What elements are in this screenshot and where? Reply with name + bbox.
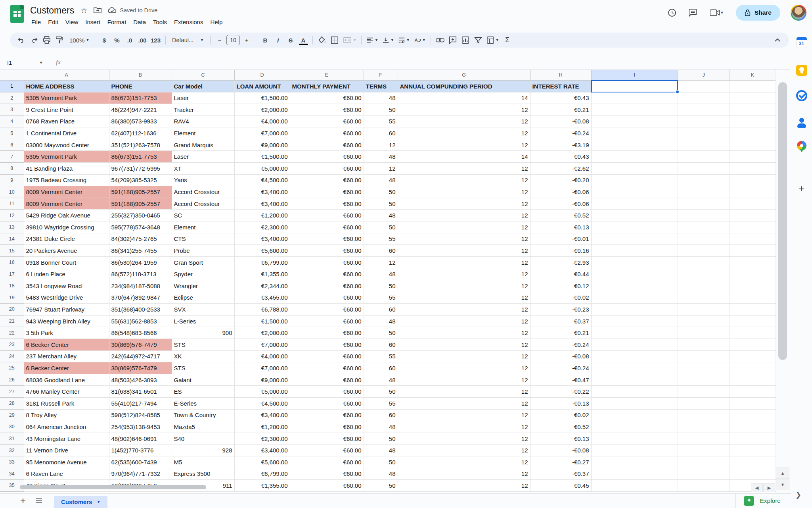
cell-A27[interactable]: 4766 Manley Center bbox=[24, 386, 109, 398]
cell-E17[interactable]: €60.00 bbox=[290, 268, 364, 280]
cell-D3[interactable]: €2,000.00 bbox=[234, 104, 290, 116]
cell-G9[interactable]: 12 bbox=[398, 174, 530, 186]
cell-H5[interactable]: -€0.24 bbox=[530, 127, 591, 139]
cell-J3[interactable] bbox=[678, 104, 730, 116]
cell-E22[interactable]: €60.00 bbox=[290, 327, 364, 339]
cell-J12[interactable] bbox=[678, 210, 730, 221]
paint-format-button[interactable] bbox=[54, 34, 65, 46]
cell-C23[interactable]: STS bbox=[172, 339, 234, 350]
cell-E31[interactable]: €60.00 bbox=[290, 433, 364, 444]
cell-I1[interactable] bbox=[591, 80, 678, 92]
cell-H12[interactable]: €0.52 bbox=[530, 210, 591, 221]
cell-B31[interactable]: 48(902)646-0691 bbox=[109, 433, 172, 444]
scroll-right-button[interactable]: ▶ bbox=[763, 483, 775, 492]
cell-K23[interactable] bbox=[730, 339, 776, 350]
comment-history-icon[interactable] bbox=[688, 8, 698, 18]
cell-G26[interactable]: 12 bbox=[398, 374, 530, 386]
cell-G29[interactable]: 12 bbox=[398, 409, 530, 421]
cell-C11[interactable]: Accord Crosstour bbox=[172, 198, 234, 210]
cell-I17[interactable] bbox=[591, 268, 678, 280]
row-header-10[interactable]: 10 bbox=[0, 186, 24, 198]
column-header-K[interactable]: K bbox=[730, 70, 776, 80]
cell-I23[interactable] bbox=[591, 339, 678, 350]
cell-D32[interactable]: €3,400.00 bbox=[234, 444, 290, 456]
name-box-caret[interactable]: ▼ bbox=[39, 61, 43, 65]
cell-E6[interactable]: €60.00 bbox=[290, 139, 364, 151]
cell-D2[interactable]: €1,500.00 bbox=[234, 92, 290, 104]
cell-D29[interactable]: €3,400.00 bbox=[234, 409, 290, 421]
cell-B24[interactable]: 242(644)972-4717 bbox=[109, 350, 172, 362]
cell-C22[interactable]: 900 bbox=[172, 327, 234, 339]
add-sheet-button[interactable]: + bbox=[15, 495, 31, 507]
row-header-9[interactable]: 9 bbox=[0, 174, 24, 186]
cell-H3[interactable]: €0.21 bbox=[530, 104, 591, 116]
cell-E13[interactable]: €60.00 bbox=[290, 221, 364, 233]
cell-B12[interactable]: 255(327)350-0465 bbox=[109, 210, 172, 221]
cell-D17[interactable]: €1,355.00 bbox=[234, 268, 290, 280]
cell-J28[interactable] bbox=[678, 397, 730, 409]
cell-K15[interactable] bbox=[730, 245, 776, 257]
cell-A19[interactable]: 5483 Westridge Drive bbox=[24, 292, 109, 304]
cell-I24[interactable] bbox=[591, 350, 678, 362]
font-size-input[interactable]: 10 bbox=[226, 35, 240, 45]
cell-D30[interactable]: €1,200.00 bbox=[234, 421, 290, 433]
cell-G19[interactable]: 12 bbox=[398, 292, 530, 304]
format-currency-button[interactable]: $ bbox=[98, 34, 110, 46]
more-formats-button[interactable]: 123 bbox=[149, 34, 162, 46]
cell-G21[interactable]: 12 bbox=[398, 315, 530, 327]
cell-K34[interactable] bbox=[730, 468, 776, 480]
cell-B28[interactable]: 55(410)217-7494 bbox=[109, 397, 172, 409]
cell-E1[interactable]: MONTHLY PAYMENT bbox=[290, 80, 364, 92]
cell-F18[interactable]: 50 bbox=[364, 280, 398, 292]
cell-A25[interactable]: 6 Becker Center bbox=[24, 362, 109, 374]
cell-H9[interactable]: -€0.20 bbox=[530, 174, 591, 186]
cell-G35[interactable]: 12 bbox=[398, 480, 530, 492]
cell-G24[interactable]: 12 bbox=[398, 350, 530, 362]
cell-H19[interactable]: -€0.02 bbox=[530, 292, 591, 304]
cell-A12[interactable]: 5429 Ridge Oak Avenue bbox=[24, 210, 109, 221]
cell-A28[interactable]: 3181 Russell Park bbox=[24, 397, 109, 409]
cell-D28[interactable]: €4,500.00 bbox=[234, 397, 290, 409]
cell-K2[interactable] bbox=[730, 92, 776, 104]
cell-A31[interactable]: 43 Morningstar Lane bbox=[24, 433, 109, 444]
cell-B9[interactable]: 54(209)385-5325 bbox=[109, 174, 172, 186]
cell-B21[interactable]: 55(631)562-8853 bbox=[109, 315, 172, 327]
cell-H23[interactable]: -€0.24 bbox=[530, 339, 591, 350]
cell-E34[interactable]: €60.00 bbox=[290, 468, 364, 480]
cell-F22[interactable]: 50 bbox=[364, 327, 398, 339]
cell-G6[interactable]: 12 bbox=[398, 139, 530, 151]
cell-E4[interactable]: €60.00 bbox=[290, 115, 364, 127]
menu-edit[interactable]: Edit bbox=[44, 17, 62, 27]
sheet-tab-caret[interactable]: ▼ bbox=[97, 500, 100, 504]
cell-E35[interactable]: €60.00 bbox=[290, 480, 364, 492]
row-header-14[interactable]: 14 bbox=[0, 233, 24, 245]
cell-B26[interactable]: 48(503)426-3093 bbox=[109, 374, 172, 386]
cell-K11[interactable] bbox=[730, 198, 776, 210]
row-header-11[interactable]: 11 bbox=[0, 198, 24, 210]
cell-J23[interactable] bbox=[678, 339, 730, 350]
account-avatar[interactable] bbox=[791, 5, 806, 21]
star-icon[interactable]: ☆ bbox=[80, 7, 87, 14]
cell-F17[interactable]: 48 bbox=[364, 268, 398, 280]
cell-F35[interactable]: 50 bbox=[364, 480, 398, 492]
cell-B15[interactable]: 86(341)255-7455 bbox=[109, 245, 172, 257]
column-header-C[interactable]: C bbox=[172, 70, 234, 80]
cell-H22[interactable]: €0.21 bbox=[530, 327, 591, 339]
horizontal-scrollbar-thumb[interactable] bbox=[20, 485, 206, 489]
cell-D1[interactable]: LOAN AMOUNT bbox=[234, 80, 290, 92]
cell-D5[interactable]: €7,000.00 bbox=[234, 127, 290, 139]
cell-I32[interactable] bbox=[591, 444, 678, 456]
row-header-28[interactable]: 28 bbox=[0, 397, 24, 409]
cell-J13[interactable] bbox=[678, 221, 730, 233]
hide-toolbar-button[interactable] bbox=[772, 34, 783, 46]
cell-H34[interactable]: -€0.37 bbox=[530, 468, 591, 480]
keep-icon[interactable] bbox=[796, 64, 808, 76]
cell-J5[interactable] bbox=[678, 127, 730, 139]
row-header-16[interactable]: 16 bbox=[0, 256, 24, 268]
cell-C26[interactable]: Galant bbox=[172, 374, 234, 386]
cell-D24[interactable]: €4,000.00 bbox=[234, 350, 290, 362]
cell-A26[interactable]: 68036 Goodland Lane bbox=[24, 374, 109, 386]
all-sheets-button[interactable] bbox=[31, 495, 47, 507]
cell-B29[interactable]: 598(512)824-8585 bbox=[109, 409, 172, 421]
cell-E7[interactable]: €60.00 bbox=[290, 151, 364, 163]
